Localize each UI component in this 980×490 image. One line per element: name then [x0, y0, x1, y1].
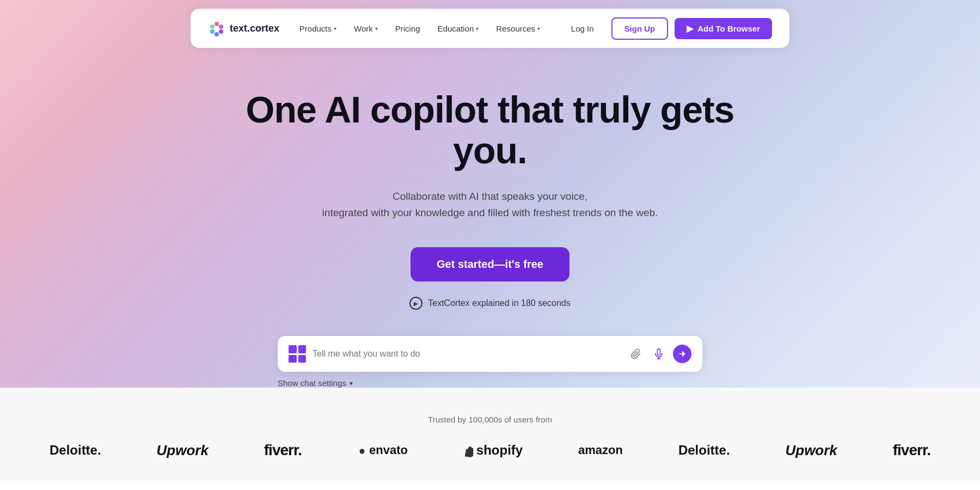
add-to-browser-button[interactable]: ▶ Add To Browser: [675, 18, 772, 39]
logo[interactable]: text.cortex: [208, 20, 279, 37]
nav-links: Products ▾ Work ▾ Pricing Education ▾ Re…: [292, 20, 548, 38]
chevron-down-icon: ▾: [334, 26, 336, 32]
svg-point-0: [215, 22, 219, 26]
hero-content: One AI copilot that truly gets you. Coll…: [245, 57, 735, 336]
deloitte-logo-2: Deloitte.: [678, 443, 730, 458]
nav-education[interactable]: Education ▾: [430, 20, 487, 38]
nav-resources[interactable]: Resources ▾: [488, 20, 548, 38]
hero-title: One AI copilot that truly gets you.: [245, 89, 735, 171]
trusted-label: Trusted by 100,000s of users from: [0, 415, 980, 424]
play-icon: ▶: [409, 297, 422, 310]
chat-container: Show chat settings ▾: [278, 336, 702, 388]
amazon-logo: amazon: [578, 443, 623, 457]
upwork-logo: Upwork: [157, 442, 209, 459]
trusted-section: Trusted by 100,000s of users from Deloit…: [0, 388, 980, 481]
chat-settings-toggle[interactable]: Show chat settings ▾: [278, 378, 702, 388]
chat-input-box: [278, 336, 702, 372]
nav-pricing[interactable]: Pricing: [388, 20, 428, 38]
svg-point-3: [215, 32, 219, 36]
nav-actions: Log In Sign Up ▶ Add To Browser: [560, 17, 772, 40]
nav-work[interactable]: Work ▾: [346, 20, 385, 38]
brand-logos-row: Deloitte. Upwork fiverr. envato shopify …: [0, 442, 980, 459]
nav-products[interactable]: Products ▾: [292, 20, 344, 38]
svg-point-5: [210, 24, 215, 29]
chevron-down-icon: ▾: [350, 379, 353, 387]
svg-point-1: [219, 24, 223, 29]
navbar: text.cortex Products ▾ Work ▾ Pricing Ed…: [191, 9, 789, 48]
chevron-down-icon: ▾: [375, 26, 378, 32]
logo-icon: [208, 20, 225, 37]
chevron-down-icon: ▾: [537, 26, 540, 32]
upwork-logo-2: Upwork: [785, 442, 837, 459]
deloitte-logo: Deloitte.: [50, 443, 101, 458]
arrow-icon: ▶: [687, 23, 693, 34]
grid-icon: [289, 345, 306, 363]
fiverr-logo: fiverr.: [264, 442, 302, 459]
microphone-icon[interactable]: [650, 345, 667, 363]
send-button[interactable]: [673, 345, 691, 363]
attachment-icon[interactable]: [627, 345, 645, 363]
shopify-logo: shopify: [463, 443, 523, 458]
video-link[interactable]: ▶ TextCortex explained in 180 seconds: [245, 297, 735, 310]
hero-section: text.cortex Products ▾ Work ▾ Pricing Ed…: [0, 0, 980, 388]
get-started-button[interactable]: Get started—it's free: [411, 247, 569, 281]
chat-actions: [627, 345, 691, 363]
signup-button[interactable]: Sign Up: [611, 17, 669, 40]
login-button[interactable]: Log In: [560, 19, 605, 39]
chat-input[interactable]: [313, 349, 621, 359]
svg-point-4: [210, 29, 215, 34]
hero-subtitle: Collaborate with AI that speaks your voi…: [245, 188, 735, 222]
svg-point-2: [219, 29, 223, 34]
svg-point-6: [359, 449, 364, 454]
logo-text: text.cortex: [230, 23, 279, 34]
envato-logo: envato: [357, 443, 408, 457]
chevron-down-icon: ▾: [476, 26, 479, 32]
fiverr-logo-2: fiverr.: [893, 442, 930, 459]
